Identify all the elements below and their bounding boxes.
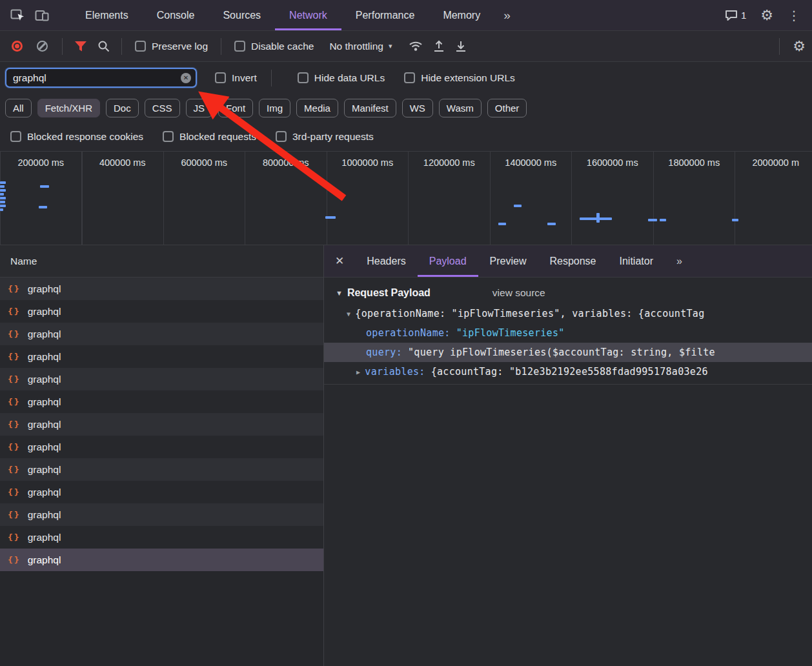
- export-har-icon[interactable]: [450, 40, 472, 52]
- payload-variables-row[interactable]: ▶ variables: {accountTag: "b12e3b2192ee5…: [324, 362, 812, 381]
- search-icon[interactable]: [92, 40, 115, 52]
- chip-css[interactable]: CSS: [145, 99, 180, 117]
- chip-manifest[interactable]: Manifest: [344, 99, 396, 117]
- more-tabs-icon[interactable]: »: [494, 0, 520, 30]
- tab-preview[interactable]: Preview: [478, 245, 538, 277]
- tab-headers[interactable]: Headers: [355, 245, 417, 277]
- throttling-dropdown[interactable]: No throttling ▾: [329, 41, 392, 52]
- payload-key: query:: [366, 347, 402, 358]
- console-messages-button[interactable]: 1: [720, 9, 751, 21]
- json-braces-icon: {}: [8, 352, 21, 361]
- divider: [271, 70, 272, 86]
- tick-label: 1200000 ms: [409, 152, 491, 168]
- chip-wasm[interactable]: Wasm: [439, 99, 482, 117]
- tab-console[interactable]: Console: [143, 0, 209, 30]
- inspect-element-icon[interactable]: [5, 9, 30, 22]
- tab-sources[interactable]: Sources: [208, 0, 275, 30]
- preserve-log-checkbox[interactable]: Preserve log: [135, 41, 208, 52]
- tab-response[interactable]: Response: [538, 245, 607, 277]
- tab-network[interactable]: Network: [275, 0, 341, 30]
- tree-expanded-icon[interactable]: ▼: [347, 310, 350, 318]
- name-column-header[interactable]: Name: [0, 245, 323, 278]
- chip-img[interactable]: Img: [259, 99, 290, 117]
- request-row[interactable]: {}graphql: [0, 278, 323, 300]
- filter-input[interactable]: [6, 72, 196, 84]
- divider: [779, 38, 780, 55]
- close-details-icon[interactable]: ✕: [324, 245, 355, 277]
- chip-js[interactable]: JS: [186, 99, 213, 117]
- chip-media[interactable]: Media: [296, 99, 338, 117]
- json-braces-icon: {}: [8, 442, 21, 452]
- request-row[interactable]: {}graphql: [0, 368, 323, 390]
- record-network-log-button[interactable]: [12, 41, 23, 52]
- request-name: graphql: [28, 554, 61, 566]
- request-name: graphql: [28, 306, 61, 318]
- filter-icon[interactable]: [69, 41, 92, 52]
- disable-cache-checkbox[interactable]: Disable cache: [234, 41, 314, 52]
- json-braces-icon: {}: [8, 374, 21, 384]
- tree-collapsed-icon[interactable]: ▶: [356, 368, 360, 376]
- more-details-tabs-icon[interactable]: »: [665, 245, 694, 277]
- collapse-triangle-icon[interactable]: ▼: [336, 289, 343, 297]
- invert-checkbox[interactable]: Invert: [215, 72, 257, 84]
- blocked-requests-checkbox[interactable]: Blocked requests: [163, 131, 256, 143]
- tab-performance[interactable]: Performance: [341, 0, 429, 30]
- main-tabbar: Elements Console Sources Network Perform…: [0, 0, 812, 31]
- tick-label: 1600000 ms: [572, 152, 654, 168]
- request-row-selected[interactable]: {}graphql: [0, 549, 323, 571]
- tick-label: 2000000 m: [735, 152, 812, 168]
- divider: [62, 38, 63, 55]
- hide-data-urls-checkbox[interactable]: Hide data URLs: [298, 72, 385, 84]
- chevron-down-icon: ▾: [389, 42, 392, 50]
- kebab-menu-icon[interactable]: ⋮: [782, 9, 806, 22]
- request-row[interactable]: {}graphql: [0, 345, 323, 368]
- view-source-link[interactable]: view source: [492, 287, 545, 299]
- chip-fetch-xhr[interactable]: Fetch/XHR: [37, 99, 100, 117]
- request-name: graphql: [28, 374, 61, 385]
- payload-query-row-selected[interactable]: query: "query ipFlowTimeseries($accountT…: [324, 343, 812, 362]
- clear-filter-icon[interactable]: ✕: [181, 73, 191, 83]
- hide-extension-urls-checkbox[interactable]: Hide extension URLs: [404, 72, 515, 84]
- settings-gear-icon[interactable]: ⚙: [754, 8, 780, 23]
- checkbox-box: [135, 41, 146, 52]
- disable-cache-label: Disable cache: [251, 41, 314, 52]
- payload-preview-text: {operationName: "ipFlowTimeseries", vari…: [355, 308, 704, 319]
- chip-ws[interactable]: WS: [402, 99, 433, 117]
- payload-operation-name-row[interactable]: operationName: "ipFlowTimeseries": [324, 323, 812, 343]
- chip-font[interactable]: Font: [218, 99, 253, 117]
- device-toolbar-icon[interactable]: [30, 9, 54, 22]
- request-row[interactable]: {}graphql: [0, 526, 323, 549]
- hide-extension-urls-label: Hide extension URLs: [421, 72, 515, 84]
- third-party-requests-checkbox[interactable]: 3rd-party requests: [276, 131, 374, 143]
- import-har-icon[interactable]: [428, 40, 450, 52]
- request-row[interactable]: {}graphql: [0, 503, 323, 526]
- payload-string-value: "ipFlowTimeseries": [456, 327, 565, 339]
- invert-label: Invert: [232, 72, 257, 84]
- payload-preview-line[interactable]: ▼ {operationName: "ipFlowTimeseries", va…: [324, 304, 812, 323]
- request-row[interactable]: {}graphql: [0, 436, 323, 458]
- network-conditions-icon[interactable]: [403, 41, 428, 52]
- checkbox-box: [298, 72, 309, 83]
- tab-initiator[interactable]: Initiator: [608, 245, 665, 277]
- timeline-overview[interactable]: 200000 ms 400000 ms 600000 ms 800000 ms …: [0, 152, 812, 245]
- request-row[interactable]: {}graphql: [0, 458, 323, 481]
- tabbar-right-controls: 1 ⚙ ⋮: [720, 8, 812, 23]
- tab-memory[interactable]: Memory: [429, 0, 494, 30]
- request-row[interactable]: {}graphql: [0, 323, 323, 345]
- chip-other[interactable]: Other: [487, 99, 527, 117]
- chip-all[interactable]: All: [5, 99, 32, 117]
- request-row[interactable]: {}graphql: [0, 413, 323, 436]
- request-row[interactable]: {}graphql: [0, 481, 323, 503]
- request-name: graphql: [28, 464, 61, 476]
- blocked-response-cookies-checkbox[interactable]: Blocked response cookies: [10, 131, 143, 143]
- network-settings-gear-icon[interactable]: ⚙: [786, 39, 812, 54]
- request-name: graphql: [28, 396, 61, 408]
- chip-doc[interactable]: Doc: [106, 99, 139, 117]
- tab-payload[interactable]: Payload: [418, 245, 478, 277]
- message-bubble-icon: [725, 9, 738, 21]
- clear-network-log-icon[interactable]: [37, 41, 48, 52]
- request-row[interactable]: {}graphql: [0, 390, 323, 413]
- request-row[interactable]: {}graphql: [0, 300, 323, 323]
- tab-elements[interactable]: Elements: [71, 0, 143, 30]
- request-rows: {}graphql {}graphql {}graphql {}graphql …: [0, 278, 323, 666]
